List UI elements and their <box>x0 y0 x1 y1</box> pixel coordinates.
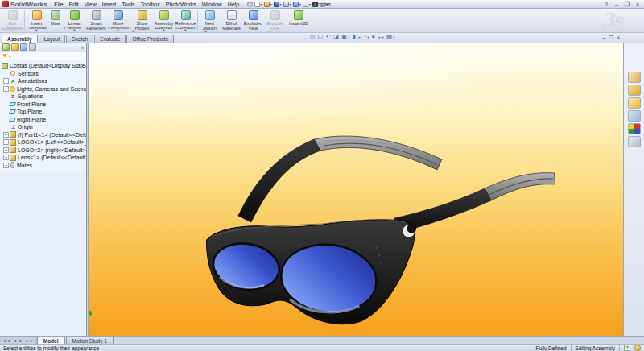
doc-restore-button[interactable]: ❐ <box>609 35 613 41</box>
doc-minimize-button[interactable]: – <box>603 35 606 41</box>
tab-motion-study-1[interactable]: Motion Study 1 <box>66 337 114 344</box>
zoom-to-area-icon[interactable]: ◱ <box>318 34 324 40</box>
ribbon-button-move-component[interactable]: Move Component ▾ <box>107 10 129 32</box>
ribbon-button-instant3d[interactable]: Instant3D <box>288 10 309 32</box>
custom-properties-icon[interactable] <box>628 136 641 147</box>
zoom-to-fit-icon[interactable]: ◎ <box>310 34 316 40</box>
edit-appearance-icon[interactable]: ● <box>372 34 376 40</box>
expand-icon[interactable]: + <box>3 155 9 160</box>
filter-funnel-icon[interactable] <box>2 54 7 58</box>
command-manager-ribbon: Edit Component Insert Components ▾ Mate … <box>0 9 644 33</box>
dimxpert-manager-tab-icon[interactable] <box>29 43 36 51</box>
menu-window[interactable]: Window <box>199 2 225 7</box>
menu-view[interactable]: View <box>81 2 99 7</box>
tree-item-lens[interactable]: + Lens<1> (Default<<Default>_D... <box>0 154 86 162</box>
tree-item-lights-cameras-scene[interactable]: + Lights, Cameras and Scene <box>0 85 86 93</box>
configuration-manager-tab-icon[interactable] <box>20 43 27 51</box>
tree-item-equations[interactable]: Equations <box>0 93 86 101</box>
quick-tips-icon[interactable]: ? <box>624 345 630 351</box>
ribbon-button-linear-component[interactable]: Linear Compon... ▾ <box>64 10 85 32</box>
expand-icon[interactable]: + <box>3 139 9 145</box>
previous-view-icon[interactable]: ↶ <box>326 34 331 40</box>
menu-file[interactable]: File <box>52 2 66 7</box>
doc-close-button[interactable]: × <box>617 35 620 41</box>
sunglasses-model[interactable] <box>89 43 623 336</box>
open-button[interactable]: ▾ <box>264 2 272 7</box>
help-button[interactable]: ? <box>602 2 610 7</box>
tree-item-mates[interactable]: + Mates <box>0 162 86 170</box>
view-orientation-icon[interactable]: ▣▾ <box>341 34 349 40</box>
restore-button[interactable]: ❐ <box>623 1 631 7</box>
ribbon-button-smart-fasteners[interactable]: Smart Fasteners <box>85 10 107 32</box>
ribbon-separator <box>287 11 287 31</box>
menu-photoworks[interactable]: PhotoWorks <box>163 2 199 7</box>
expand-icon[interactable]: + <box>3 163 9 168</box>
view-settings-icon[interactable]: ▦▾ <box>386 34 394 40</box>
menu-insert[interactable]: Insert <box>99 2 119 7</box>
file-explorer-icon[interactable] <box>628 97 641 109</box>
ribbon-button-show-hidden-components[interactable]: Show Hidden Components <box>131 10 153 32</box>
prev-tab-button[interactable]: ◄ <box>12 338 18 343</box>
apply-scene-icon[interactable]: ◒▾ <box>378 34 384 40</box>
display-style-icon[interactable]: ◧▾ <box>352 34 360 40</box>
ribbon-button-new-motion-study[interactable]: New Motion Study <box>199 10 221 32</box>
save-button[interactable]: ▾ <box>274 2 282 7</box>
tab-model[interactable]: Model <box>37 337 65 344</box>
expand-icon[interactable]: + <box>3 147 9 153</box>
selection-filter-button[interactable]: ▾ <box>303 2 311 7</box>
tree-item-right-plane[interactable]: Right Plane <box>0 116 86 124</box>
ribbon-button-insert-components[interactable]: Insert Components ▾ <box>26 10 47 32</box>
tree-item-logo2[interactable]: + LOGO<2> (right<<Default>_De... <box>0 147 86 155</box>
minimize-button[interactable]: – <box>613 2 621 7</box>
tree-item-assembly-root[interactable]: Costas (Default<Display State-1>) <box>0 62 86 70</box>
tree-item-annotations[interactable]: + Annotations <box>0 77 86 85</box>
print-button[interactable]: ▾ <box>283 2 291 7</box>
ribbon-button-bill-of-materials[interactable]: Bill of Materials <box>221 10 242 32</box>
tab-assembly[interactable]: Assembly <box>2 35 38 43</box>
tab-sketch[interactable]: Sketch <box>66 35 93 43</box>
title-bar: SolidWorks File Edit View Insert Tools T… <box>0 0 644 9</box>
ribbon-button-mate[interactable]: Mate <box>47 10 64 32</box>
expand-icon[interactable]: + <box>3 86 9 92</box>
close-button[interactable]: × <box>634 2 642 7</box>
tab-office-products[interactable]: Office Products <box>126 35 173 43</box>
ribbon-button-reference-geometry[interactable]: Reference Geometry ▾ <box>175 10 196 32</box>
solidworks-resources-icon[interactable] <box>628 72 641 83</box>
next-tab-button[interactable]: ► <box>19 338 24 343</box>
last-tab-button[interactable]: ►► <box>25 338 35 343</box>
tree-item-front-plane[interactable]: Front Plane <box>0 101 86 109</box>
new-document-button[interactable]: ▾ <box>254 2 262 7</box>
property-manager-tab-icon[interactable] <box>11 43 19 51</box>
undo-button[interactable]: ▾ <box>293 2 301 7</box>
ribbon-button-exploded-view[interactable]: Exploded View <box>242 10 264 32</box>
tab-layout[interactable]: Layout <box>39 35 66 43</box>
section-view-icon[interactable]: ◪ <box>333 34 339 40</box>
tree-item-origin[interactable]: Origin <box>0 123 86 131</box>
menu-help[interactable]: Help <box>225 2 242 7</box>
expand-icon[interactable]: + <box>3 78 9 84</box>
menu-edit[interactable]: Edit <box>66 2 81 7</box>
part-icon <box>10 147 16 153</box>
ribbon-separator <box>197 11 198 31</box>
design-library-icon[interactable] <box>628 85 641 96</box>
feature-manager-tab-icon[interactable] <box>2 43 10 51</box>
select-arrow-button[interactable] <box>247 2 253 7</box>
graphics-area[interactable] <box>89 43 623 336</box>
appearances-scenes-icon[interactable] <box>628 123 641 134</box>
new-motion-study-icon <box>205 10 215 20</box>
expand-icon[interactable]: + <box>3 132 9 138</box>
tab-evaluate[interactable]: Evaluate <box>94 35 126 43</box>
filter-dropdown-icon[interactable]: ▾ <box>9 54 11 59</box>
tree-item-sensors[interactable]: Sensors <box>0 70 86 78</box>
first-tab-button[interactable]: ◄◄ <box>2 338 11 343</box>
part-icon <box>10 131 16 138</box>
view-palette-icon[interactable] <box>628 110 641 122</box>
menu-tools[interactable]: Tools <box>119 2 138 7</box>
panel-overflow-chevron[interactable]: » <box>81 45 84 50</box>
tree-item-part1[interactable]: + (f) Part1<1> (Default<<Defaul... <box>0 131 86 139</box>
hide-show-items-icon[interactable]: ◔▾ <box>363 34 369 40</box>
tree-item-top-plane[interactable]: Top Plane <box>0 108 86 116</box>
tree-item-logo1[interactable]: + LOGO<1> (Left<<Default>_Dis... <box>0 138 86 147</box>
ribbon-button-assembly-features[interactable]: Assembly Features ▾ <box>153 10 175 32</box>
menu-toolbox[interactable]: Toolbox <box>138 2 163 7</box>
